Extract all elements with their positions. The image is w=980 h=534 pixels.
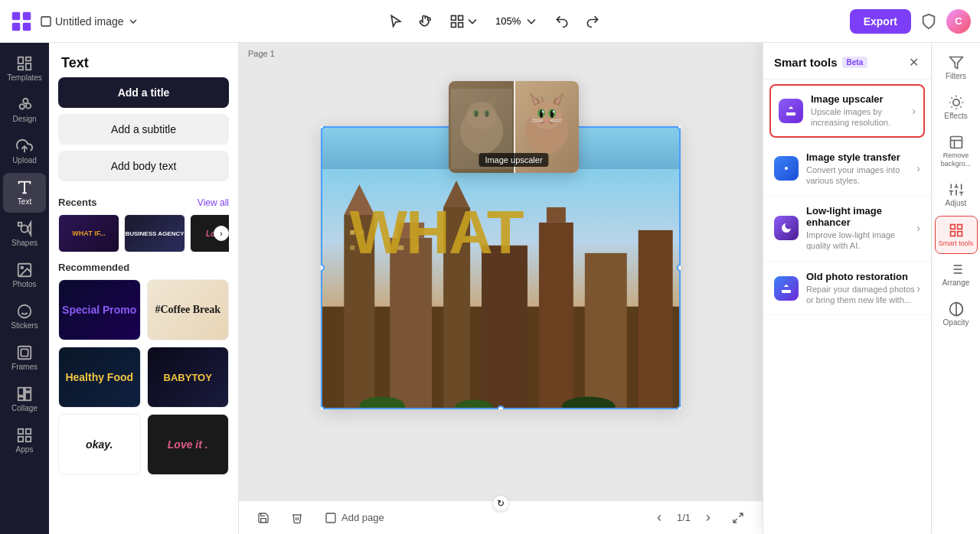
rs-smart-tools[interactable]: Smart tools <box>935 216 978 255</box>
rec-item-babytoy[interactable]: BABYTOY <box>147 347 230 408</box>
lowlight-icon <box>774 216 799 240</box>
smart-tool-item-upscaler[interactable]: Image upscaler Upscale images by increas… <box>769 84 925 138</box>
svg-point-13 <box>23 99 28 103</box>
rs-adjust[interactable]: Adjust <box>935 176 978 214</box>
recents-scroll-right[interactable]: › <box>214 226 229 241</box>
doc-title-area[interactable]: Untitled image <box>40 15 139 28</box>
svg-rect-32 <box>18 397 24 401</box>
svg-point-15 <box>20 104 24 109</box>
sidebar-item-upload[interactable]: Upload <box>3 132 46 171</box>
smart-tool-item-restore[interactable]: Old photo restoration Repair your damage… <box>763 262 931 316</box>
nav-text-label: Text <box>18 197 31 207</box>
handle-mr[interactable] <box>677 264 681 272</box>
svg-rect-27 <box>18 347 31 360</box>
upscaler-info: Image upscaler Upscale images by increas… <box>811 93 912 129</box>
rs-effects[interactable]: Effects <box>935 89 978 127</box>
smart-tools-close-button[interactable]: ✕ <box>907 54 920 71</box>
rec-special-label: Special Promo <box>62 304 136 316</box>
handle-br[interactable] <box>677 405 681 409</box>
lowlight-arrow: › <box>916 222 920 234</box>
add-body-button[interactable]: Add body text <box>58 151 229 181</box>
rs-arrange[interactable]: Arrange <box>935 256 978 294</box>
trash-button[interactable] <box>285 509 309 527</box>
sidebar-item-photos[interactable]: Photos <box>3 256 46 295</box>
redo-button[interactable] <box>579 9 606 34</box>
rs-removebg-label: Remove backgro... <box>938 151 975 168</box>
upscaler-desc: Upscale images by increasing resolution. <box>811 106 912 129</box>
pan-tool-button[interactable] <box>413 9 440 34</box>
svg-rect-5 <box>451 15 456 20</box>
svg-rect-9 <box>18 57 23 63</box>
style-name: Image style transfer <box>806 151 916 163</box>
nav-stickers-label: Stickers <box>11 321 38 330</box>
svg-rect-109 <box>957 231 962 236</box>
zoom-control[interactable]: 105% <box>489 9 545 34</box>
svg-point-14 <box>26 103 31 108</box>
lowlight-info: Low-light image enhancer Improve low-lig… <box>806 205 916 252</box>
nav-shapes-label: Shapes <box>11 239 38 248</box>
right-sidebar: Filters Effects Remove backgro... Adjust… <box>931 43 980 534</box>
svg-rect-45 <box>482 245 528 409</box>
canvas-tools: 105% <box>382 9 606 34</box>
svg-point-24 <box>18 305 31 318</box>
recent-whatif-label: WHAT IF... <box>72 230 105 237</box>
sidebar-item-collage[interactable]: Collage <box>3 379 46 419</box>
smart-tool-item-style[interactable]: Image style transfer Convert your images… <box>763 142 931 197</box>
rec-item-loveit[interactable]: Love it . <box>147 414 230 475</box>
svg-rect-108 <box>957 224 962 229</box>
rec-item-healthy-food[interactable]: Healthy Food <box>58 347 141 408</box>
svg-rect-12 <box>18 67 23 70</box>
handle-bm[interactable] <box>497 405 505 409</box>
rec-item-coffee-break[interactable]: #Coffee Break <box>147 279 230 340</box>
layout-tool-button[interactable] <box>443 9 486 34</box>
nav-collage-label: Collage <box>11 404 38 413</box>
style-desc: Convert your images into various styles. <box>806 164 916 187</box>
rs-remove-bg[interactable]: Remove backgro... <box>935 129 978 174</box>
save-to-folder-button[interactable] <box>251 509 276 527</box>
sidebar-item-stickers[interactable]: Stickers <box>3 297 46 337</box>
sidebar-item-text[interactable]: Text <box>3 173 46 213</box>
user-avatar[interactable]: C <box>946 9 971 34</box>
shield-icon-button[interactable] <box>917 10 940 33</box>
left-text-panel: Text Add a title Add a subtitle Add body… <box>49 43 239 534</box>
rec-item-okay[interactable]: okay. <box>58 414 141 475</box>
recent-item-whatif[interactable]: WHAT IF... <box>58 214 119 252</box>
panel-title: Text <box>49 43 238 77</box>
recents-view-all[interactable]: View all <box>198 197 229 208</box>
svg-rect-4 <box>41 17 51 26</box>
rs-smarttools-label: Smart tools <box>939 239 974 248</box>
add-title-button[interactable]: Add a title <box>58 77 229 108</box>
recommended-label: Recommended <box>58 262 129 273</box>
add-page-button[interactable]: Add page <box>318 509 390 527</box>
sidebar-item-apps[interactable]: Apps <box>3 421 46 461</box>
page-forward-button[interactable] <box>697 510 720 526</box>
restore-icon <box>774 276 799 301</box>
rs-filters[interactable]: Filters <box>935 49 978 87</box>
select-tool-button[interactable] <box>382 9 410 34</box>
recommended-grid: Special Promo #Coffee Break Healthy Food… <box>58 279 229 475</box>
sidebar-item-design[interactable]: Design <box>3 90 46 130</box>
nav-upload-label: Upload <box>12 156 37 165</box>
expand-button[interactable] <box>726 509 750 527</box>
app-logo[interactable] <box>9 9 34 34</box>
topbar: Untitled image 105% Expo <box>0 0 980 43</box>
nav-apps-label: Apps <box>16 445 34 454</box>
page-back-button[interactable] <box>648 510 671 526</box>
cat-preview-label: Image upscaler <box>479 153 548 167</box>
rec-item-special-promo[interactable]: Special Promo <box>58 279 141 340</box>
export-button[interactable]: Export <box>850 9 911 34</box>
rs-opacity[interactable]: Opacity <box>935 295 978 334</box>
recent-item-business[interactable]: BUSINESS AGENCY <box>124 214 185 252</box>
undo-button[interactable] <box>548 9 576 34</box>
sidebar-item-shapes[interactable]: Shapes <box>3 214 46 254</box>
svg-rect-20 <box>18 223 22 226</box>
sidebar-item-templates[interactable]: Templates <box>3 49 46 89</box>
svg-rect-3 <box>23 22 31 31</box>
add-subtitle-button[interactable]: Add a subtitle <box>58 114 229 145</box>
smart-tool-item-lowlight[interactable]: Low-light image enhancer Improve low-lig… <box>763 196 931 262</box>
sidebar-item-frames[interactable]: Frames <box>3 338 46 378</box>
rec-okay-label: okay. <box>86 438 113 451</box>
nav-frames-label: Frames <box>11 363 38 372</box>
rotate-handle[interactable]: ↻ <box>493 496 508 511</box>
restore-arrow: › <box>916 282 920 295</box>
